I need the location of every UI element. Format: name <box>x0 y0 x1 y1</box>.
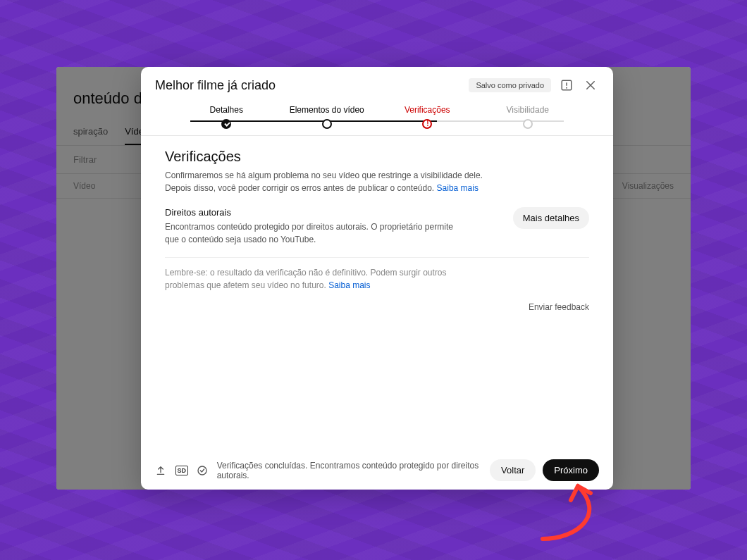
upload-dialog: Melhor filme já criado Salvo como privad… <box>141 67 613 490</box>
step-checks[interactable]: Verificações <box>377 105 478 129</box>
step-label: Elementos do vídeo <box>290 105 364 115</box>
next-button[interactable]: Próximo <box>543 459 599 481</box>
feedback-icon[interactable] <box>558 77 575 94</box>
checks-note: Lembre-se: o resultado da verificação nã… <box>165 266 475 292</box>
more-details-button[interactable]: Mais detalhes <box>513 207 589 229</box>
step-dot-icon <box>322 119 332 129</box>
send-feedback-link[interactable]: Enviar feedback <box>529 302 589 312</box>
step-dot-icon <box>523 119 533 129</box>
stepper: Detalhes Elementos do vídeo Verificações… <box>141 101 613 136</box>
step-visibility[interactable]: Visibilidade <box>478 105 579 129</box>
copyright-desc: Encontramos conteúdo protegido por direi… <box>165 220 461 246</box>
tab-inspiration[interactable]: spiração <box>73 126 108 145</box>
step-dot-done-icon <box>221 119 231 129</box>
dialog-header: Melhor filme já criado Salvo como privad… <box>141 67 613 101</box>
dialog-body: Verificações Confirmaremos se há algum p… <box>141 136 613 450</box>
sd-badge: SD <box>175 466 189 475</box>
step-details[interactable]: Detalhes <box>176 105 277 129</box>
back-button[interactable]: Voltar <box>490 459 536 481</box>
step-dot-alert-icon <box>422 119 432 129</box>
dialog-footer: SD Verificações concluídas. Encontramos … <box>141 450 613 490</box>
copyright-block: Direitos autorais Encontramos conteúdo p… <box>165 207 589 258</box>
footer-status-text: Verificações concluídas. Encontramos con… <box>217 461 490 480</box>
upload-icon <box>155 464 167 477</box>
learn-more-link[interactable]: Saiba mais <box>437 183 479 193</box>
close-icon[interactable] <box>582 77 599 94</box>
svg-point-2 <box>566 87 567 89</box>
copyright-title: Direitos autorais <box>165 207 461 218</box>
step-elements[interactable]: Elementos do vídeo <box>277 105 378 129</box>
svg-point-3 <box>198 466 206 475</box>
step-label: Verificações <box>405 105 450 115</box>
save-status-badge: Salvo como privado <box>469 78 551 92</box>
checks-heading: Verificações <box>165 149 589 165</box>
check-circle-icon <box>197 464 209 477</box>
checks-description: Confirmaremos se há algum problema no se… <box>165 169 489 194</box>
col-views: Visualizações <box>622 181 674 191</box>
dialog-title: Melhor filme já criado <box>155 78 276 93</box>
learn-more-link[interactable]: Saiba mais <box>328 280 370 290</box>
col-video: Vídeo <box>73 181 95 191</box>
step-label: Detalhes <box>210 105 243 115</box>
step-label: Visibilidade <box>507 105 550 115</box>
